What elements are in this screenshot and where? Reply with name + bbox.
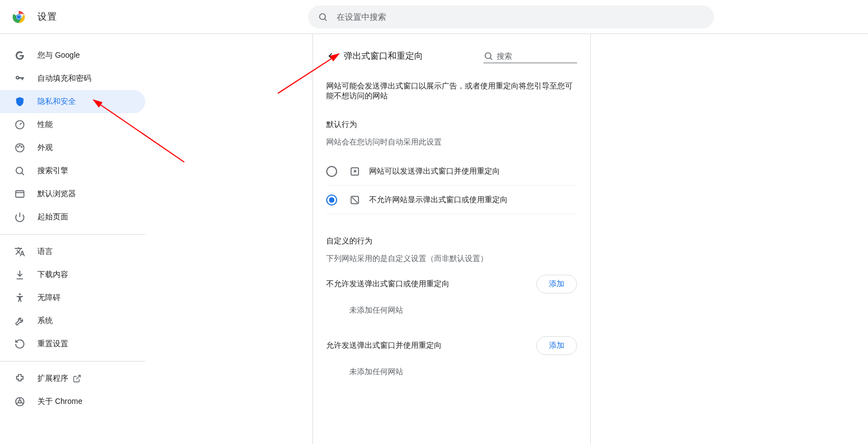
sidebar-item-label: 语言	[37, 247, 53, 257]
svg-line-23	[21, 402, 23, 404]
default-behavior-sub: 网站会在您访问时自动采用此设置	[326, 137, 577, 147]
sidebar-item-label: 自动填充和密码	[37, 74, 91, 84]
svg-point-11	[21, 147, 23, 148]
sidebar-item-default-browser[interactable]: 默认浏览器	[0, 182, 145, 206]
block-list-title: 不允许发送弹出式窗口或使用重定向	[326, 279, 449, 289]
sidebar-divider	[0, 361, 145, 362]
wrench-icon	[14, 315, 25, 326]
topbar: 设置	[0, 0, 868, 34]
svg-rect-14	[16, 191, 24, 197]
sidebar-item-label: 扩展程序	[37, 374, 68, 384]
translate-icon	[14, 246, 25, 257]
allow-list-empty: 未添加任何网站	[326, 355, 577, 382]
popup-blocked-icon	[349, 195, 360, 206]
sidebar-item-downloads[interactable]: 下载内容	[0, 263, 145, 286]
add-allow-site-button[interactable]: 添加	[536, 336, 577, 355]
sidebar-item-extensions[interactable]: 扩展程序	[0, 367, 145, 390]
google-g-icon	[14, 50, 25, 61]
key-icon	[14, 73, 25, 84]
svg-line-29	[352, 197, 358, 203]
sidebar-item-label: 隐私和安全	[37, 97, 76, 107]
sidebar: 您与 Google 自动填充和密码 隐私和安全 性能 外观 搜索引擎	[0, 34, 154, 444]
browser-icon	[14, 188, 25, 199]
sidebar-item-you-and-google[interactable]: 您与 Google	[0, 44, 145, 67]
svg-point-5	[320, 14, 326, 20]
sidebar-item-accessibility[interactable]: 无障碍	[0, 286, 145, 309]
svg-line-22	[17, 402, 19, 404]
page-description: 网站可能会发送弹出式窗口以展示广告，或者使用重定向将您引导至您可能不想访问的网站	[326, 81, 577, 101]
svg-line-18	[76, 375, 80, 379]
search-icon	[484, 51, 493, 61]
svg-point-9	[18, 147, 19, 148]
svg-point-17	[19, 293, 20, 295]
extension-icon	[14, 373, 25, 384]
block-list-empty: 未添加任何网站	[326, 293, 577, 321]
palette-icon	[14, 142, 25, 153]
app-title: 设置	[37, 10, 57, 23]
radio-unchecked-icon	[326, 166, 337, 177]
radio-allow-label: 网站可以发送弹出式窗口并使用重定向	[369, 166, 500, 176]
radio-checked-icon	[326, 195, 337, 206]
svg-line-6	[325, 19, 326, 20]
sidebar-item-about[interactable]: 关于 Chrome	[0, 390, 145, 413]
sidebar-item-label: 系统	[37, 316, 53, 326]
radio-block-label: 不允许网站显示弹出式窗口或使用重定向	[369, 195, 508, 205]
main-panel: 弹出式窗口和重定向 网站可能会发送弹出式窗口以展示广告，或者使用重定向将您引导至…	[313, 34, 590, 444]
chrome-logo-icon	[12, 10, 25, 24]
sidebar-item-label: 无障碍	[37, 293, 61, 303]
sidebar-item-label: 搜索引擎	[37, 166, 68, 176]
sidebar-item-label: 下载内容	[37, 270, 68, 280]
custom-behavior-title: 自定义的行为	[326, 236, 577, 246]
power-icon	[14, 212, 25, 223]
sidebar-divider	[0, 234, 145, 235]
restore-icon	[14, 338, 25, 349]
custom-behavior-sub: 下列网站采用的是自定义设置（而非默认设置）	[326, 254, 577, 264]
accessibility-icon	[14, 292, 25, 303]
svg-point-4	[17, 15, 20, 18]
page-search[interactable]	[484, 49, 577, 63]
speedometer-icon	[14, 119, 25, 130]
sidebar-item-on-startup[interactable]: 起始页面	[0, 206, 145, 229]
chrome-outline-icon	[14, 396, 25, 407]
sidebar-item-autofill[interactable]: 自动填充和密码	[0, 67, 145, 90]
global-search[interactable]	[308, 5, 714, 29]
sidebar-item-label: 重置设置	[37, 339, 68, 349]
svg-point-10	[19, 145, 20, 146]
search-icon	[14, 165, 25, 176]
sidebar-item-privacy[interactable]: 隐私和安全	[0, 90, 145, 113]
sidebar-item-label: 起始页面	[37, 212, 68, 222]
svg-line-26	[490, 58, 492, 59]
svg-point-12	[16, 167, 23, 174]
svg-line-7	[20, 123, 21, 125]
radio-allow-popups[interactable]: 网站可以发送弹出式窗口并使用重定向	[326, 157, 577, 186]
sidebar-item-performance[interactable]: 性能	[0, 113, 145, 136]
back-button[interactable]	[323, 46, 343, 66]
svg-point-20	[19, 401, 21, 403]
page-title: 弹出式窗口和重定向	[344, 51, 423, 62]
sidebar-item-reset[interactable]: 重置设置	[0, 332, 145, 356]
allow-list-title: 允许发送弹出式窗口并使用重定向	[326, 341, 442, 351]
download-icon	[14, 269, 25, 280]
add-block-site-button[interactable]: 添加	[536, 275, 577, 293]
svg-point-25	[485, 53, 491, 59]
sidebar-item-label: 您与 Google	[37, 51, 80, 60]
page-search-input[interactable]	[497, 49, 574, 63]
sidebar-item-label: 关于 Chrome	[37, 397, 83, 407]
shield-icon	[14, 96, 25, 107]
default-behavior-title: 默认行为	[326, 120, 577, 130]
svg-line-13	[22, 173, 24, 175]
global-search-input[interactable]	[336, 12, 704, 22]
sidebar-item-system[interactable]: 系统	[0, 309, 145, 332]
popup-allowed-icon	[349, 166, 360, 177]
sidebar-item-label: 性能	[37, 120, 53, 130]
sidebar-item-label: 外观	[37, 143, 53, 153]
radio-block-popups[interactable]: 不允许网站显示弹出式窗口或使用重定向	[326, 186, 577, 214]
sidebar-item-appearance[interactable]: 外观	[0, 136, 145, 159]
sidebar-item-search-engine[interactable]: 搜索引擎	[0, 159, 145, 182]
search-icon	[318, 12, 328, 22]
sidebar-item-label: 默认浏览器	[37, 189, 76, 199]
sidebar-item-languages[interactable]: 语言	[0, 240, 145, 263]
open-in-new-icon	[73, 374, 81, 383]
